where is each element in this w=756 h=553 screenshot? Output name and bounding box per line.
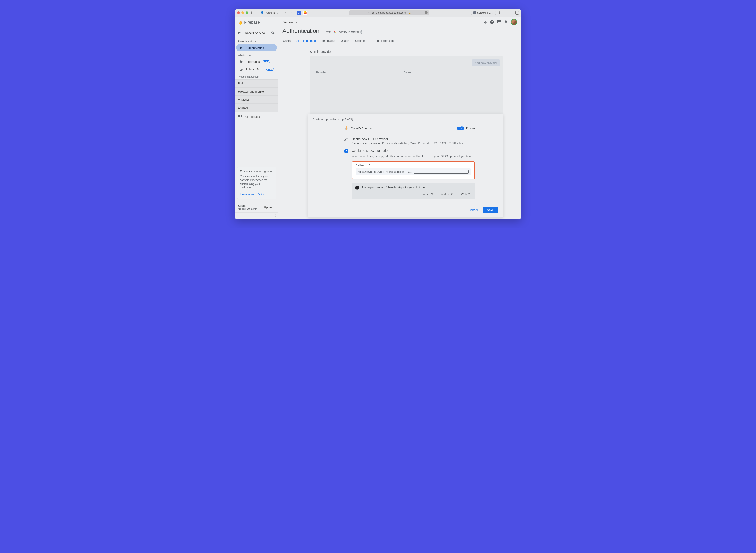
step1-subtitle: Name: scalekit, Provider ID: oidc.scalek… bbox=[352, 142, 475, 145]
lock-icon: 🔒 bbox=[408, 12, 411, 14]
project-selector[interactable]: Devramp ▼ bbox=[282, 20, 298, 24]
platform-link-web[interactable]: Web bbox=[461, 193, 470, 196]
step1-title: Define new OIDC provider bbox=[352, 137, 475, 141]
sidebar-category-engage[interactable]: Engage ⌄ bbox=[235, 104, 278, 112]
browser-profile-chip[interactable]: 👤 Personal ⌄ bbox=[259, 10, 280, 15]
tab-users[interactable]: Users bbox=[282, 37, 291, 45]
sidebar-item-authentication[interactable]: Authentication bbox=[236, 44, 277, 52]
pencil-icon[interactable] bbox=[344, 137, 348, 142]
sidebar-item-extensions[interactable]: Extensions NEW bbox=[236, 58, 277, 65]
traffic-lights[interactable] bbox=[237, 11, 248, 14]
platform-link-apple[interactable]: Apple bbox=[423, 193, 433, 196]
plan-subtitle: No cost $0/month bbox=[238, 208, 257, 210]
minimize-window-icon[interactable] bbox=[242, 11, 244, 14]
browser-back-button[interactable]: 〈 bbox=[282, 10, 287, 15]
with-label: with bbox=[326, 30, 332, 33]
page-actions-icon[interactable]: ••• bbox=[424, 11, 428, 14]
grid-icon bbox=[238, 115, 242, 118]
extensions-icon bbox=[239, 60, 243, 64]
close-window-icon[interactable] bbox=[237, 11, 240, 14]
chevron-down-icon: ⌄ bbox=[276, 11, 278, 14]
info-text: To complete set-up, follow the steps for… bbox=[362, 186, 424, 189]
external-link-icon bbox=[451, 193, 454, 195]
promo-learn-more-link[interactable]: Learn more bbox=[240, 193, 254, 196]
firebase-sidebar: Firebase Project Overview Project shortc… bbox=[235, 17, 278, 219]
openid-label: OpenID Connect bbox=[351, 127, 372, 130]
firebase-brand[interactable]: Firebase bbox=[235, 17, 278, 28]
tab-settings[interactable]: Settings bbox=[354, 37, 366, 45]
sidebar-category-build[interactable]: Build ⌄ bbox=[235, 79, 278, 88]
bitwarden-extension-icon[interactable]: ⌂ bbox=[297, 11, 301, 15]
sidebar-section-whatsnew: What's new bbox=[235, 52, 278, 58]
upgrade-button[interactable]: Upgrade bbox=[264, 206, 275, 209]
promo-gotit-link[interactable]: Got it bbox=[258, 193, 264, 196]
page-title: Authentication bbox=[282, 27, 320, 34]
external-link-icon bbox=[431, 193, 433, 195]
firebase-brand-label: Firebase bbox=[244, 20, 260, 25]
browser-right-actions: ⤓ ⇪ ＋ bbox=[498, 11, 519, 15]
sidebar-item-label: Authentication bbox=[246, 46, 264, 50]
person-icon: 👤 bbox=[261, 11, 264, 14]
gmail-extension-icon[interactable] bbox=[303, 11, 307, 15]
sidebar-category-release[interactable]: Release and monitor ⌄ bbox=[235, 88, 278, 96]
caret-down-icon: ▼ bbox=[296, 21, 298, 23]
sidebar-category-analytics[interactable]: Analytics ⌄ bbox=[235, 96, 278, 104]
sidebar-item-release-monitor[interactable]: Release Monito... NEW bbox=[236, 66, 277, 73]
tab-usage[interactable]: Usage bbox=[340, 37, 350, 45]
address-bar[interactable]: ✕ console.firebase.google.com 🔒 ••• bbox=[349, 10, 429, 15]
user-avatar[interactable] bbox=[511, 19, 517, 25]
steps-container: Define new OIDC provider Name: scalekit,… bbox=[313, 137, 498, 203]
pinned-tab-scalekit[interactable]: S Scalekit | Enterp... bbox=[471, 10, 496, 15]
tab-signin-method[interactable]: Sign-in method bbox=[296, 37, 316, 45]
step-2: 2 Configure OIDC integration When comple… bbox=[344, 149, 475, 203]
share-icon[interactable]: ⇪ bbox=[504, 11, 506, 15]
enable-row: OpenID Connect ✓ Enable bbox=[313, 126, 498, 131]
category-label: Analytics bbox=[238, 98, 250, 101]
save-button[interactable]: Save bbox=[483, 207, 498, 214]
platform-link-android[interactable]: Android bbox=[441, 193, 454, 196]
column-provider: Provider bbox=[316, 71, 404, 74]
copy-icon[interactable] bbox=[414, 170, 469, 174]
identity-platform-tag: with Identity Platform ? bbox=[326, 30, 363, 34]
new-tab-icon[interactable]: ＋ bbox=[509, 11, 512, 15]
sidebar-item-label: Release Monito... bbox=[246, 68, 264, 71]
info-icon[interactable]: ? bbox=[360, 30, 363, 33]
cancel-button[interactable]: Cancel bbox=[466, 207, 480, 214]
callback-url-value: https://devramp-27fb1.firebaseapp.com/__… bbox=[358, 170, 412, 173]
notifications-icon[interactable] bbox=[504, 20, 508, 24]
plan-name: Spark bbox=[238, 204, 257, 208]
browser-forward-button: 〉 bbox=[290, 10, 294, 15]
monitor-icon bbox=[239, 68, 243, 71]
project-settings-button[interactable] bbox=[270, 30, 276, 36]
downloads-icon[interactable]: ⤓ bbox=[498, 11, 501, 15]
enable-label: Enable bbox=[466, 127, 475, 130]
address-bar-container: ✕ console.firebase.google.com 🔒 ••• bbox=[310, 10, 469, 15]
content-area: Sign-in providers Add new provider Provi… bbox=[278, 46, 521, 215]
project-overview-label: Project Overview bbox=[244, 31, 265, 35]
callback-url-field: https://devramp-27fb1.firebaseapp.com/__… bbox=[356, 168, 471, 175]
modal-title: Configure provider (step 2 of 2) bbox=[313, 118, 498, 121]
sidebar-collapse-button[interactable]: 〈 bbox=[235, 212, 278, 219]
tab-extensions[interactable]: Extensions bbox=[376, 37, 396, 45]
sidebar-section-categories: Product categories bbox=[235, 73, 278, 79]
link-label: Android bbox=[441, 193, 450, 196]
pinned-tab-label: Scalekit | Enterp... bbox=[477, 11, 494, 14]
sidebar-item-all-products[interactable]: All products bbox=[235, 112, 278, 122]
site-settings-icon[interactable]: ✕ bbox=[368, 12, 369, 14]
enable-toggle[interactable]: ✓ bbox=[457, 127, 464, 130]
home-icon bbox=[237, 31, 241, 35]
callback-label: Callback URL bbox=[356, 164, 471, 167]
main-content: Devramp ▼ ◐ ? Authentication | bbox=[278, 17, 521, 219]
tab-templates[interactable]: Templates bbox=[321, 37, 335, 45]
sidebar-item-project-overview[interactable]: Project Overview bbox=[237, 31, 270, 35]
help-icon[interactable]: ? bbox=[490, 20, 494, 24]
tab-overview-icon[interactable] bbox=[515, 11, 519, 14]
browser-profile-label: Personal bbox=[265, 11, 275, 14]
feedback-icon[interactable] bbox=[497, 20, 501, 24]
dark-mode-icon[interactable]: ◐ bbox=[484, 20, 487, 24]
configure-provider-modal: Configure provider (step 2 of 2) OpenID … bbox=[308, 113, 503, 218]
add-provider-button[interactable]: Add new provider bbox=[472, 60, 500, 66]
maximize-window-icon[interactable] bbox=[246, 11, 248, 14]
browser-sidebar-toggle-icon[interactable] bbox=[252, 11, 256, 14]
info-icon: i bbox=[355, 186, 359, 189]
